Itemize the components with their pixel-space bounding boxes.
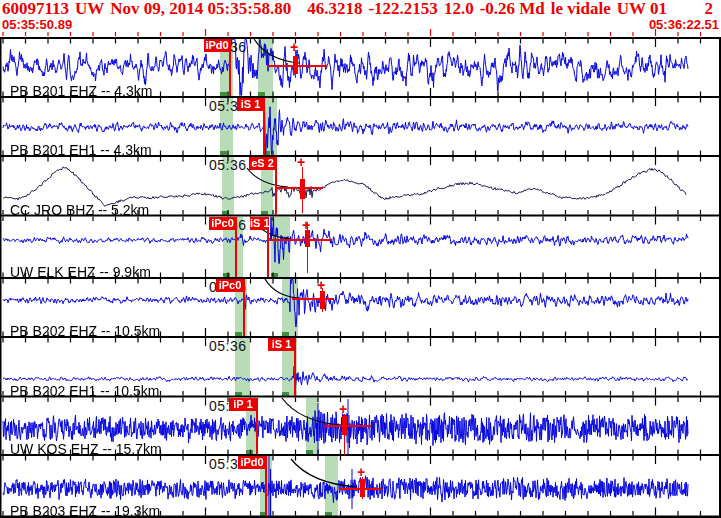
- pick-label[interactable]: iP 1: [229, 398, 257, 411]
- coda-plus-icon[interactable]: +: [302, 219, 310, 231]
- station-label[interactable]: PB B203 EHZ -- 19.3km: [10, 504, 160, 518]
- pick-label[interactable]: eS 2: [249, 157, 276, 170]
- coda-marker-bar[interactable]: [342, 416, 347, 435]
- pick-label[interactable]: iPc0: [216, 279, 244, 292]
- station-label[interactable]: PB B201 EHZ -- 4.3km: [10, 84, 152, 98]
- station-label[interactable]: UW ELK EHZ -- 9.9km: [10, 265, 151, 279]
- coda-plus-icon[interactable]: +: [317, 279, 325, 291]
- coda-plus-icon[interactable]: +: [297, 156, 305, 168]
- coda-marker-bar[interactable]: [300, 179, 305, 199]
- pick-label[interactable]: iS 1: [237, 98, 264, 111]
- pick-label[interactable]: iPd0: [238, 456, 266, 469]
- coda-plus-icon[interactable]: +: [339, 403, 347, 415]
- coda-duration-line: [324, 425, 371, 427]
- pick-label[interactable]: iPc0: [209, 217, 236, 230]
- station-label[interactable]: PB B202 EHZ -- 10.5km: [10, 324, 160, 338]
- station-label[interactable]: UW KOS EHZ -- 15.7km: [10, 442, 162, 456]
- station-label[interactable]: PB B201 EH1 -- 4.3km: [10, 143, 152, 157]
- pick-label[interactable]: iS 1: [268, 338, 295, 351]
- coda-duration-line: [269, 239, 331, 241]
- station-label[interactable]: PB B202 EH1 -- 10.5km: [10, 384, 159, 398]
- coda-marker-bar[interactable]: [320, 291, 325, 309]
- station-label[interactable]: CC JRO BHZ -- 5.2km: [10, 203, 149, 217]
- coda-duration-line: [292, 298, 334, 300]
- coda-marker-bar[interactable]: [360, 479, 365, 497]
- pick-label[interactable]: iPd0: [204, 39, 230, 52]
- seismogram-review-window: 60097113 UW Nov 09, 2014 05:35:58.80 46.…: [0, 0, 721, 518]
- coda-plus-icon[interactable]: +: [290, 41, 298, 53]
- coda-plus-icon[interactable]: +: [357, 466, 365, 478]
- coda-marker-bar[interactable]: [293, 56, 298, 74]
- pick-label[interactable]: iS 1: [250, 217, 268, 230]
